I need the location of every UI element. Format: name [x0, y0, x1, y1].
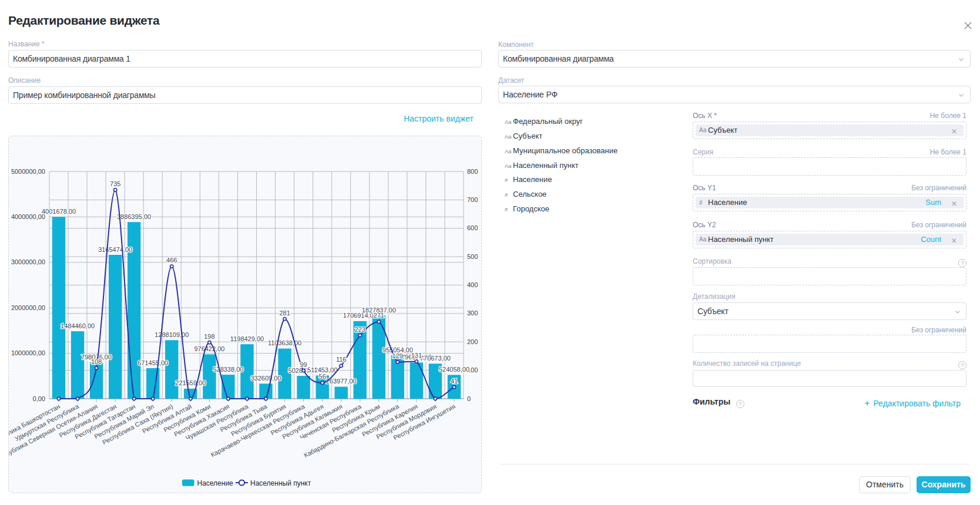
- svg-text:99: 99: [300, 361, 307, 368]
- svg-text:116: 116: [336, 356, 347, 363]
- svg-text:976422,00: 976422,00: [194, 345, 224, 352]
- svg-text:2000000,00: 2000000,00: [11, 304, 45, 311]
- svg-text:5000000,00: 5000000,00: [11, 168, 45, 175]
- svg-text:511453,00: 511453,00: [307, 366, 337, 373]
- svg-text:4000000,00: 4000000,00: [11, 213, 45, 220]
- svg-text:400: 400: [467, 281, 478, 288]
- svg-text:1288109,00: 1288109,00: [155, 331, 189, 338]
- svg-text:41: 41: [451, 378, 458, 385]
- svg-text:1484460,00: 1484460,00: [61, 322, 95, 329]
- svg-text:0: 0: [467, 395, 471, 402]
- svg-text:4001678,00: 4001678,00: [42, 208, 76, 215]
- svg-text:671455,00: 671455,00: [137, 359, 168, 366]
- svg-text:735: 735: [110, 180, 120, 187]
- svg-text:500: 500: [467, 253, 478, 260]
- svg-text:3886395,00: 3886395,00: [117, 213, 151, 220]
- svg-text:281: 281: [279, 309, 290, 317]
- svg-text:0,00: 0,00: [33, 395, 45, 402]
- svg-text:466: 466: [166, 257, 177, 264]
- svg-text:129: 129: [392, 352, 403, 359]
- svg-text:1103638,00: 1103638,00: [268, 339, 301, 346]
- svg-text:131: 131: [411, 352, 422, 359]
- svg-text:1000000,00: 1000000,00: [11, 349, 45, 356]
- svg-text:3000000,00: 3000000,00: [11, 258, 45, 265]
- svg-text:198: 198: [204, 333, 214, 340]
- svg-text:221559,00: 221559,00: [175, 379, 206, 386]
- svg-text:Население: Население: [197, 479, 234, 487]
- svg-text:770673,00: 770673,00: [420, 355, 451, 362]
- svg-text:528338,00: 528338,00: [213, 366, 243, 373]
- svg-text:271: 271: [374, 312, 384, 319]
- svg-text:332609,00: 332609,00: [251, 375, 281, 382]
- svg-text:600: 600: [467, 224, 478, 231]
- svg-text:223: 223: [355, 326, 365, 333]
- svg-text:200: 200: [467, 338, 478, 345]
- svg-text:524058,00: 524058,00: [439, 366, 469, 373]
- svg-text:Населенный пункт: Населенный пункт: [250, 479, 311, 487]
- svg-text:300: 300: [467, 309, 478, 317]
- svg-text:3165474,00: 3165474,00: [98, 246, 132, 253]
- svg-text:1198429,00: 1198429,00: [230, 335, 264, 342]
- svg-text:56: 56: [319, 373, 326, 380]
- svg-text:800: 800: [467, 168, 478, 175]
- svg-text:700: 700: [467, 196, 478, 203]
- svg-text:108: 108: [91, 358, 102, 365]
